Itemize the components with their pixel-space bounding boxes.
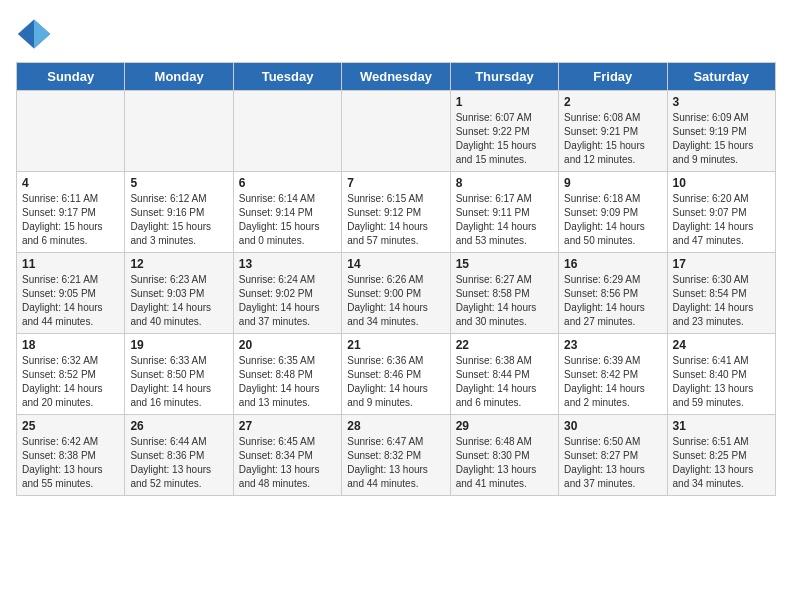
calendar-cell: 21Sunrise: 6:36 AMSunset: 8:46 PMDayligh… — [342, 334, 450, 415]
calendar-cell: 9Sunrise: 6:18 AMSunset: 9:09 PMDaylight… — [559, 172, 667, 253]
calendar-cell: 12Sunrise: 6:23 AMSunset: 9:03 PMDayligh… — [125, 253, 233, 334]
calendar-cell: 8Sunrise: 6:17 AMSunset: 9:11 PMDaylight… — [450, 172, 558, 253]
weekday-header: Wednesday — [342, 63, 450, 91]
day-info: Sunrise: 6:32 AMSunset: 8:52 PMDaylight:… — [22, 354, 119, 410]
day-info: Sunrise: 6:26 AMSunset: 9:00 PMDaylight:… — [347, 273, 444, 329]
day-number: 18 — [22, 338, 119, 352]
day-number: 1 — [456, 95, 553, 109]
day-number: 3 — [673, 95, 770, 109]
day-number: 28 — [347, 419, 444, 433]
calendar-cell: 1Sunrise: 6:07 AMSunset: 9:22 PMDaylight… — [450, 91, 558, 172]
day-number: 2 — [564, 95, 661, 109]
day-number: 10 — [673, 176, 770, 190]
day-info: Sunrise: 6:35 AMSunset: 8:48 PMDaylight:… — [239, 354, 336, 410]
calendar-cell: 23Sunrise: 6:39 AMSunset: 8:42 PMDayligh… — [559, 334, 667, 415]
day-info: Sunrise: 6:36 AMSunset: 8:46 PMDaylight:… — [347, 354, 444, 410]
calendar-cell: 26Sunrise: 6:44 AMSunset: 8:36 PMDayligh… — [125, 415, 233, 496]
calendar-cell: 29Sunrise: 6:48 AMSunset: 8:30 PMDayligh… — [450, 415, 558, 496]
calendar-cell: 19Sunrise: 6:33 AMSunset: 8:50 PMDayligh… — [125, 334, 233, 415]
day-number: 17 — [673, 257, 770, 271]
day-info: Sunrise: 6:45 AMSunset: 8:34 PMDaylight:… — [239, 435, 336, 491]
weekday-header: Monday — [125, 63, 233, 91]
day-info: Sunrise: 6:07 AMSunset: 9:22 PMDaylight:… — [456, 111, 553, 167]
day-info: Sunrise: 6:23 AMSunset: 9:03 PMDaylight:… — [130, 273, 227, 329]
day-number: 6 — [239, 176, 336, 190]
calendar-cell — [342, 91, 450, 172]
calendar-cell: 13Sunrise: 6:24 AMSunset: 9:02 PMDayligh… — [233, 253, 341, 334]
day-number: 16 — [564, 257, 661, 271]
calendar-week-row: 25Sunrise: 6:42 AMSunset: 8:38 PMDayligh… — [17, 415, 776, 496]
calendar-cell — [125, 91, 233, 172]
day-number: 7 — [347, 176, 444, 190]
calendar-cell: 18Sunrise: 6:32 AMSunset: 8:52 PMDayligh… — [17, 334, 125, 415]
day-info: Sunrise: 6:42 AMSunset: 8:38 PMDaylight:… — [22, 435, 119, 491]
calendar-cell: 27Sunrise: 6:45 AMSunset: 8:34 PMDayligh… — [233, 415, 341, 496]
weekday-header: Tuesday — [233, 63, 341, 91]
day-info: Sunrise: 6:08 AMSunset: 9:21 PMDaylight:… — [564, 111, 661, 167]
day-info: Sunrise: 6:30 AMSunset: 8:54 PMDaylight:… — [673, 273, 770, 329]
day-info: Sunrise: 6:48 AMSunset: 8:30 PMDaylight:… — [456, 435, 553, 491]
calendar-cell: 28Sunrise: 6:47 AMSunset: 8:32 PMDayligh… — [342, 415, 450, 496]
logo — [16, 16, 58, 52]
day-number: 8 — [456, 176, 553, 190]
logo-icon — [16, 16, 52, 52]
day-info: Sunrise: 6:17 AMSunset: 9:11 PMDaylight:… — [456, 192, 553, 248]
calendar-cell — [233, 91, 341, 172]
day-info: Sunrise: 6:20 AMSunset: 9:07 PMDaylight:… — [673, 192, 770, 248]
calendar-cell: 17Sunrise: 6:30 AMSunset: 8:54 PMDayligh… — [667, 253, 775, 334]
day-info: Sunrise: 6:21 AMSunset: 9:05 PMDaylight:… — [22, 273, 119, 329]
calendar-cell: 16Sunrise: 6:29 AMSunset: 8:56 PMDayligh… — [559, 253, 667, 334]
day-number: 14 — [347, 257, 444, 271]
day-number: 27 — [239, 419, 336, 433]
day-info: Sunrise: 6:51 AMSunset: 8:25 PMDaylight:… — [673, 435, 770, 491]
day-number: 25 — [22, 419, 119, 433]
calendar-cell: 30Sunrise: 6:50 AMSunset: 8:27 PMDayligh… — [559, 415, 667, 496]
day-number: 21 — [347, 338, 444, 352]
weekday-header-row: SundayMondayTuesdayWednesdayThursdayFrid… — [17, 63, 776, 91]
calendar-cell: 2Sunrise: 6:08 AMSunset: 9:21 PMDaylight… — [559, 91, 667, 172]
day-number: 5 — [130, 176, 227, 190]
calendar-week-row: 11Sunrise: 6:21 AMSunset: 9:05 PMDayligh… — [17, 253, 776, 334]
calendar-cell: 4Sunrise: 6:11 AMSunset: 9:17 PMDaylight… — [17, 172, 125, 253]
calendar-week-row: 18Sunrise: 6:32 AMSunset: 8:52 PMDayligh… — [17, 334, 776, 415]
calendar-week-row: 1Sunrise: 6:07 AMSunset: 9:22 PMDaylight… — [17, 91, 776, 172]
day-info: Sunrise: 6:47 AMSunset: 8:32 PMDaylight:… — [347, 435, 444, 491]
day-info: Sunrise: 6:41 AMSunset: 8:40 PMDaylight:… — [673, 354, 770, 410]
day-info: Sunrise: 6:38 AMSunset: 8:44 PMDaylight:… — [456, 354, 553, 410]
calendar-cell: 31Sunrise: 6:51 AMSunset: 8:25 PMDayligh… — [667, 415, 775, 496]
day-info: Sunrise: 6:29 AMSunset: 8:56 PMDaylight:… — [564, 273, 661, 329]
day-info: Sunrise: 6:11 AMSunset: 9:17 PMDaylight:… — [22, 192, 119, 248]
calendar-cell: 25Sunrise: 6:42 AMSunset: 8:38 PMDayligh… — [17, 415, 125, 496]
day-number: 30 — [564, 419, 661, 433]
day-info: Sunrise: 6:18 AMSunset: 9:09 PMDaylight:… — [564, 192, 661, 248]
calendar-cell: 14Sunrise: 6:26 AMSunset: 9:00 PMDayligh… — [342, 253, 450, 334]
day-number: 26 — [130, 419, 227, 433]
day-info: Sunrise: 6:24 AMSunset: 9:02 PMDaylight:… — [239, 273, 336, 329]
weekday-header: Thursday — [450, 63, 558, 91]
day-info: Sunrise: 6:15 AMSunset: 9:12 PMDaylight:… — [347, 192, 444, 248]
calendar-cell: 3Sunrise: 6:09 AMSunset: 9:19 PMDaylight… — [667, 91, 775, 172]
day-number: 4 — [22, 176, 119, 190]
weekday-header: Sunday — [17, 63, 125, 91]
calendar-cell: 6Sunrise: 6:14 AMSunset: 9:14 PMDaylight… — [233, 172, 341, 253]
day-number: 13 — [239, 257, 336, 271]
calendar-cell: 20Sunrise: 6:35 AMSunset: 8:48 PMDayligh… — [233, 334, 341, 415]
day-number: 22 — [456, 338, 553, 352]
day-info: Sunrise: 6:44 AMSunset: 8:36 PMDaylight:… — [130, 435, 227, 491]
day-number: 29 — [456, 419, 553, 433]
day-info: Sunrise: 6:09 AMSunset: 9:19 PMDaylight:… — [673, 111, 770, 167]
day-number: 24 — [673, 338, 770, 352]
day-number: 12 — [130, 257, 227, 271]
day-number: 20 — [239, 338, 336, 352]
calendar-cell: 24Sunrise: 6:41 AMSunset: 8:40 PMDayligh… — [667, 334, 775, 415]
weekday-header: Friday — [559, 63, 667, 91]
day-number: 31 — [673, 419, 770, 433]
calendar-cell: 15Sunrise: 6:27 AMSunset: 8:58 PMDayligh… — [450, 253, 558, 334]
day-number: 9 — [564, 176, 661, 190]
day-info: Sunrise: 6:33 AMSunset: 8:50 PMDaylight:… — [130, 354, 227, 410]
day-info: Sunrise: 6:12 AMSunset: 9:16 PMDaylight:… — [130, 192, 227, 248]
day-number: 15 — [456, 257, 553, 271]
day-number: 23 — [564, 338, 661, 352]
day-number: 19 — [130, 338, 227, 352]
day-number: 11 — [22, 257, 119, 271]
